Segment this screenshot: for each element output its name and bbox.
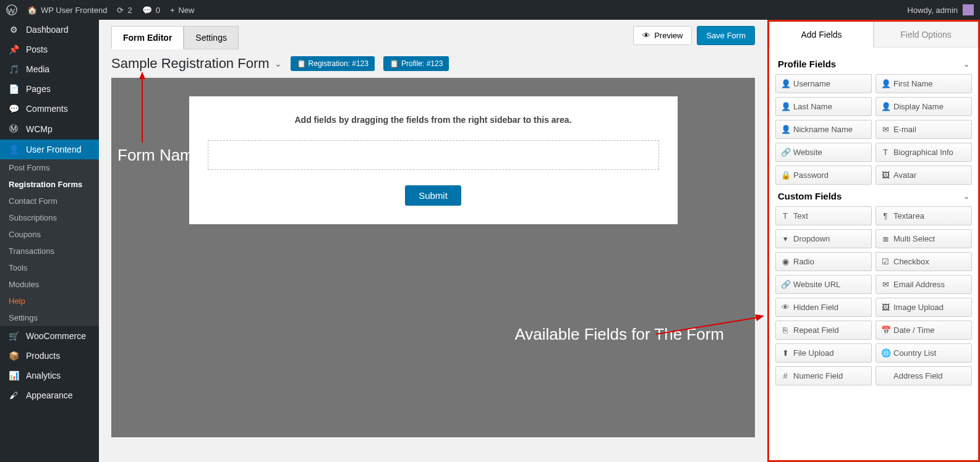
sidebar-sub-contact-form[interactable]: Contact Form: [0, 193, 99, 209]
sidebar-sub-coupons[interactable]: Coupons: [0, 226, 99, 243]
preview-button[interactable]: 👁Preview: [633, 26, 692, 45]
tab-form-editor[interactable]: Form Editor: [111, 26, 184, 49]
field-label: Textarea: [893, 211, 924, 220]
sidebar-item-label: Pages: [26, 84, 51, 94]
field-username[interactable]: 👤Username: [775, 74, 872, 93]
sidebar-sub-help[interactable]: Help: [0, 293, 99, 309]
field-icon: ☑: [881, 257, 890, 266]
field-date-time[interactable]: 📅Date / Time: [876, 321, 972, 340]
updates-link[interactable]: ⟳ 2: [117, 6, 132, 15]
section-profile-fields[interactable]: Profile Fields⌄: [775, 52, 972, 74]
sidebar-sub-post-forms[interactable]: Post Forms: [0, 159, 99, 176]
arrow-form-name: [136, 72, 148, 146]
field-address-field[interactable]: Address Field: [876, 366, 972, 385]
sidebar-sub-subscriptions[interactable]: Subscriptions: [0, 209, 99, 226]
sidebar-item-wcmp[interactable]: ⓂWCMp: [0, 119, 99, 140]
sidebar-item-media[interactable]: 🎵Media: [0, 59, 99, 79]
drop-hint: Add fields by dragging the fields from t…: [208, 115, 659, 125]
field-numeric-field[interactable]: #Numeric Field: [775, 366, 872, 385]
field-country-list[interactable]: 🌐Country List: [876, 343, 972, 363]
field-hidden-field[interactable]: 👁Hidden Field: [775, 298, 872, 317]
comments-link[interactable]: 💬 0: [142, 6, 160, 15]
media-icon: 🎵: [7, 64, 20, 74]
sidebar-item-products[interactable]: 📦Products: [0, 346, 99, 366]
field-radio[interactable]: ◉Radio: [775, 252, 872, 271]
profile-badge-label: Profile: #123: [401, 59, 443, 68]
sidebar-item-woocommerce[interactable]: 🛒WooCommerce: [0, 326, 99, 346]
section-title-label: Profile Fields: [778, 59, 836, 69]
field-label: Numeric Field: [793, 371, 843, 380]
profile-badge[interactable]: 📋Profile: #123: [383, 56, 449, 71]
field-checkbox[interactable]: ☑Checkbox: [876, 252, 972, 271]
field-first-name[interactable]: 👤First Name: [876, 74, 972, 93]
field-e-mail[interactable]: ✉E-mail: [876, 120, 972, 139]
field-password[interactable]: 🔒Password: [775, 166, 872, 185]
sidebar-item-analytics[interactable]: 📊Analytics: [0, 366, 99, 385]
field-label: E-mail: [893, 125, 916, 134]
account-menu[interactable]: Howdy, admin: [908, 4, 974, 15]
field-label: Nickname Name: [793, 125, 853, 134]
field-label: Website: [793, 148, 822, 157]
drop-zone[interactable]: [208, 140, 659, 170]
field-display-name[interactable]: 👤Display Name: [876, 97, 972, 116]
field-icon: ⎘: [781, 326, 790, 335]
field-textarea[interactable]: ¶Textarea: [876, 206, 972, 225]
panel-tab-add-fields[interactable]: Add Fields: [769, 22, 874, 48]
sidebar-item-pages[interactable]: 📄Pages: [0, 79, 99, 99]
field-email-address[interactable]: ✉Email Address: [876, 275, 972, 294]
sidebar-item-appearance[interactable]: 🖌Appearance: [0, 385, 99, 405]
wp-logo[interactable]: [6, 4, 17, 15]
sidebar-sub-modules[interactable]: Modules: [0, 276, 99, 293]
field-icon: 🖼: [881, 303, 890, 312]
registration-badge[interactable]: 📋Registration: #123: [291, 56, 375, 71]
sidebar-item-user-frontend[interactable]: 👤User Frontend: [0, 140, 99, 159]
field-label: Country List: [893, 348, 936, 358]
form-title[interactable]: Sample Registration Form ⌄: [111, 56, 282, 72]
comment-icon: 💬: [7, 104, 20, 114]
site-link[interactable]: 🏠 WP User Frontend: [27, 6, 107, 15]
pages-icon: 📄: [7, 84, 20, 94]
svg-marker-2: [139, 72, 145, 79]
sidebar-sub-transactions[interactable]: Transactions: [0, 243, 99, 259]
field-website-url[interactable]: 🔗Website URL: [775, 275, 872, 294]
panel-tab-field-options[interactable]: Field Options: [874, 22, 978, 48]
field-icon: ≣: [881, 234, 890, 243]
field-label: Display Name: [893, 102, 944, 111]
form-title-label: Sample Registration Form: [111, 56, 270, 72]
field-last-name[interactable]: 👤Last Name: [775, 97, 872, 116]
sidebar-sub-registration-forms[interactable]: Registration Forms: [0, 176, 99, 193]
field-avatar[interactable]: 🖼Avatar: [876, 166, 972, 185]
sidebar-item-posts[interactable]: 📌Posts: [0, 40, 99, 59]
field-website[interactable]: 🔗Website: [775, 143, 872, 162]
tab-settings[interactable]: Settings: [184, 26, 239, 49]
field-icon: T: [781, 211, 790, 220]
field-nickname-name[interactable]: 👤Nickname Name: [775, 120, 872, 139]
field-icon: 🔒: [781, 170, 790, 180]
field-image-upload[interactable]: 🖼Image Upload: [876, 298, 972, 317]
field-biographical-info[interactable]: TBiographical Info: [876, 143, 972, 162]
sidebar-sub-tools[interactable]: Tools: [0, 259, 99, 276]
field-repeat-field[interactable]: ⎘Repeat Field: [775, 321, 872, 340]
field-label: Website URL: [793, 280, 840, 289]
field-icon: 👤: [781, 102, 790, 111]
field-icon: ¶: [881, 211, 890, 220]
field-label: Last Name: [793, 102, 832, 111]
field-dropdown[interactable]: ▾Dropdown: [775, 229, 872, 248]
field-icon: ◉: [781, 257, 790, 266]
field-icon: ✉: [881, 280, 890, 289]
sidebar-item-dashboard[interactable]: ⚙Dashboard: [0, 20, 99, 40]
form-submit-button[interactable]: Submit: [405, 185, 461, 206]
field-multi-select[interactable]: ≣Multi Select: [876, 229, 972, 248]
section-custom-fields[interactable]: Custom Fields⌄: [775, 185, 972, 206]
update-count: 2: [127, 6, 132, 15]
field-file-upload[interactable]: ⬆File Upload: [775, 343, 872, 363]
sidebar-sub-settings[interactable]: Settings: [0, 309, 99, 326]
copy-icon: 📋: [390, 59, 399, 68]
save-form-button[interactable]: Save Form: [697, 26, 755, 45]
field-label: Avatar: [893, 170, 916, 180]
field-text[interactable]: TText: [775, 206, 872, 225]
sidebar-item-comments[interactable]: 💬Comments: [0, 99, 99, 119]
content-area: 👁Preview Save Form Form Editor Settings …: [99, 20, 767, 462]
dashboard-icon: ⚙: [7, 25, 20, 35]
new-link[interactable]: + New: [170, 6, 195, 15]
